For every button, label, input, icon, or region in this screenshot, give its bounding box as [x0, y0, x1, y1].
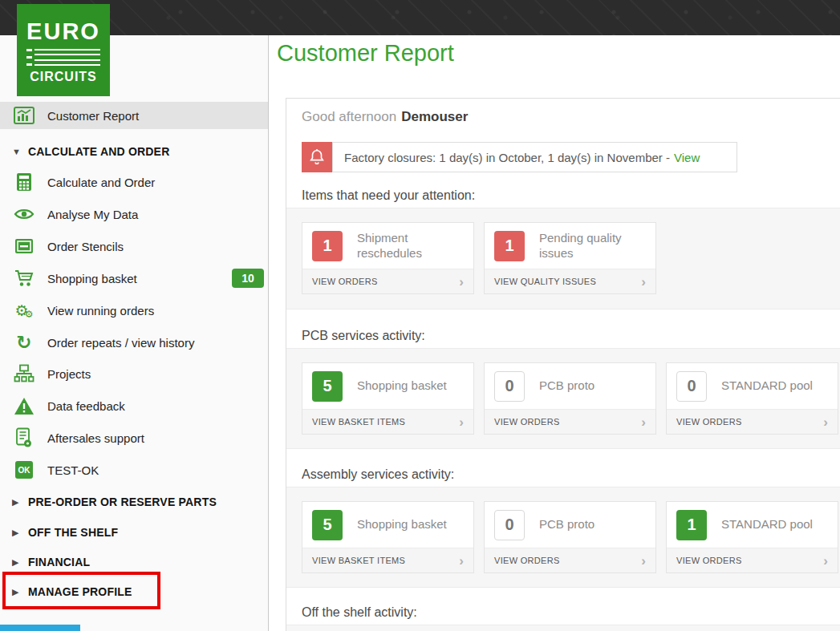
- view-orders-button[interactable]: VIEW ORDERS ›: [667, 409, 838, 434]
- sidebar: Customer Report ▼ CALCULATE AND ORDER Ca…: [0, 35, 269, 631]
- basket-count-badge: 10: [232, 269, 264, 288]
- sidebar-item-customer-report[interactable]: Customer Report: [0, 102, 268, 129]
- page-title: Customer Report: [277, 40, 454, 67]
- chevron-right-icon: ›: [459, 275, 464, 289]
- sidebar-item-label: Order Stencils: [47, 240, 124, 253]
- sidebar-item-data-feedback[interactable]: Data feedback: [0, 390, 268, 422]
- view-basket-items-button[interactable]: VIEW BASKET ITEMS ›: [302, 409, 473, 434]
- eurocircuits-logo[interactable]: EURO CIRCUITS: [17, 4, 110, 96]
- sidebar-section-pre-order[interactable]: ▶ PRE-ORDER OR RESERVE PARTS: [0, 493, 268, 511]
- stencil-icon: [11, 237, 37, 256]
- card-label: Shopping basket: [357, 517, 447, 532]
- section-header-label: PRE-ORDER OR RESERVE PARTS: [28, 495, 217, 508]
- card-action-label: VIEW ORDERS: [312, 277, 378, 286]
- view-link[interactable]: View: [674, 151, 700, 164]
- card-assembly-standard-pool: 1 STANDARD pool VIEW ORDERS ›: [666, 501, 838, 573]
- document-eye-icon: [11, 427, 37, 448]
- card-label: Shipment reschedules: [357, 231, 461, 261]
- count-badge: 0: [494, 510, 525, 540]
- card-pcb-standard-pool: 0 STANDARD pool VIEW ORDERS ›: [666, 362, 838, 435]
- sidebar-item-view-running-orders[interactable]: ⚙⚙ View running orders: [0, 294, 268, 326]
- sidebar-item-label: Customer Report: [47, 109, 139, 123]
- section-header-label: FINANCIAL: [28, 556, 90, 568]
- calculator-icon: [11, 172, 37, 192]
- cart-icon: [11, 269, 37, 288]
- sidebar-section-manage-profile[interactable]: ▶ MANAGE PROFILE: [0, 583, 268, 601]
- card-action-label: VIEW BASKET ITEMS: [312, 556, 405, 565]
- view-quality-issues-button[interactable]: VIEW QUALITY ISSUES ›: [485, 269, 655, 293]
- section-heading-off-the-shelf: Off the shelf activity:: [302, 605, 417, 620]
- attention-cards-strip: 1 Shipment reschedules VIEW ORDERS › 1 P…: [286, 208, 840, 309]
- sidebar-item-label: TEST-OK: [47, 463, 99, 477]
- section-header-label: MANAGE PROFILE: [28, 585, 132, 598]
- count-badge: 1: [312, 231, 343, 261]
- sidebar-section-calculate-and-order[interactable]: ▼ CALCULATE AND ORDER: [0, 143, 268, 160]
- greeting: Good afternoonDemouser: [302, 109, 468, 125]
- view-basket-items-button[interactable]: VIEW BASKET ITEMS ›: [302, 548, 473, 572]
- count-badge: 5: [312, 510, 343, 540]
- sidebar-item-calculate-and-order[interactable]: Calculate and Order: [0, 166, 268, 198]
- sidebar-item-label: Shopping basket: [47, 272, 137, 285]
- username: Demouser: [401, 109, 468, 124]
- view-orders-button[interactable]: VIEW ORDERS ›: [485, 548, 655, 572]
- card-action-label: VIEW BASKET ITEMS: [312, 417, 405, 427]
- card-action-label: VIEW ORDERS: [494, 417, 560, 427]
- card-label: PCB proto: [539, 517, 594, 532]
- chevron-right-icon: ▶: [12, 498, 23, 507]
- bell-icon: [302, 142, 332, 172]
- section-header-label: OFF THE SHELF: [28, 526, 118, 539]
- section-heading-assembly: Assembly services activity:: [302, 467, 454, 482]
- card-action-label: VIEW ORDERS: [676, 417, 742, 427]
- top-header-bar: [0, 0, 840, 35]
- chevron-right-icon: ▶: [12, 558, 23, 567]
- sidebar-item-test-ok[interactable]: OK TEST-OK: [0, 454, 268, 486]
- view-orders-button[interactable]: VIEW ORDERS ›: [302, 269, 473, 293]
- sidebar-item-order-stencils[interactable]: Order Stencils: [0, 230, 268, 262]
- count-badge: 5: [312, 371, 343, 402]
- count-badge: 1: [494, 231, 525, 261]
- chevron-right-icon: ›: [459, 554, 464, 568]
- count-badge: 0: [676, 371, 707, 402]
- bottom-bar-fragment: [0, 625, 80, 631]
- sidebar-item-label: Analyse My Data: [47, 208, 138, 221]
- ok-badge-icon: OK: [11, 461, 37, 479]
- view-orders-button[interactable]: VIEW ORDERS ›: [667, 548, 838, 572]
- card-label: Pending quality issues: [539, 231, 643, 261]
- section-header-label: CALCULATE AND ORDER: [28, 145, 169, 158]
- card-action-label: VIEW QUALITY ISSUES: [494, 277, 596, 286]
- card-pcb-shopping-basket: 5 Shopping basket VIEW BASKET ITEMS ›: [302, 362, 474, 435]
- assembly-cards-strip: 5 Shopping basket VIEW BASKET ITEMS › 0 …: [286, 487, 840, 588]
- sidebar-item-projects[interactable]: Projects: [0, 358, 268, 390]
- card-label: STANDARD pool: [721, 517, 813, 532]
- card-action-label: VIEW ORDERS: [676, 556, 742, 565]
- warning-triangle-icon: [11, 397, 37, 415]
- sidebar-item-aftersales-support[interactable]: Aftersales support: [0, 422, 268, 454]
- chevron-right-icon: ›: [641, 415, 646, 429]
- sidebar-item-label: Data feedback: [47, 399, 125, 413]
- chevron-down-icon: ▼: [12, 148, 23, 156]
- card-assembly-pcb-proto: 0 PCB proto VIEW ORDERS ›: [484, 501, 656, 573]
- card-shipment-reschedules: 1 Shipment reschedules VIEW ORDERS ›: [302, 222, 474, 294]
- gears-icon: ⚙⚙: [11, 302, 37, 319]
- section-heading-attention: Items that need your attention:: [302, 188, 475, 203]
- logo-text-euro: EURO: [17, 20, 110, 43]
- view-orders-button[interactable]: VIEW ORDERS ›: [485, 409, 655, 434]
- sidebar-section-financial[interactable]: ▶ FINANCIAL: [0, 553, 268, 571]
- chevron-right-icon: ›: [823, 415, 828, 429]
- sidebar-item-analyse-my-data[interactable]: Analyse My Data: [0, 198, 268, 230]
- sidebar-item-label: Projects: [47, 367, 91, 381]
- sidebar-item-label: Aftersales support: [47, 431, 144, 445]
- section-heading-pcb: PCB services activity:: [302, 329, 425, 343]
- eurocircuits-dashboard: EURO CIRCUITS Customer Report ▼ CALCULAT…: [0, 0, 840, 631]
- count-badge: 1: [676, 510, 707, 540]
- card-label: STANDARD pool: [721, 378, 813, 394]
- sidebar-item-shopping-basket[interactable]: Shopping basket 10: [0, 262, 268, 294]
- factory-closures-notification: Factory closures: 1 day(s) in October, 1…: [332, 142, 737, 172]
- off-the-shelf-cards-strip: [286, 625, 840, 631]
- pcb-cards-strip: 5 Shopping basket VIEW BASKET ITEMS › 0 …: [286, 348, 840, 449]
- customer-report-panel: Good afternoonDemouser Factory closures:…: [286, 98, 840, 631]
- sidebar-section-off-the-shelf[interactable]: ▶ OFF THE SHELF: [0, 524, 268, 541]
- chevron-right-icon: ›: [641, 275, 646, 289]
- sidebar-item-order-repeats[interactable]: ↻ Order repeats / view history: [0, 326, 268, 358]
- notification-text: Factory closures: 1 day(s) in October, 1…: [344, 151, 670, 164]
